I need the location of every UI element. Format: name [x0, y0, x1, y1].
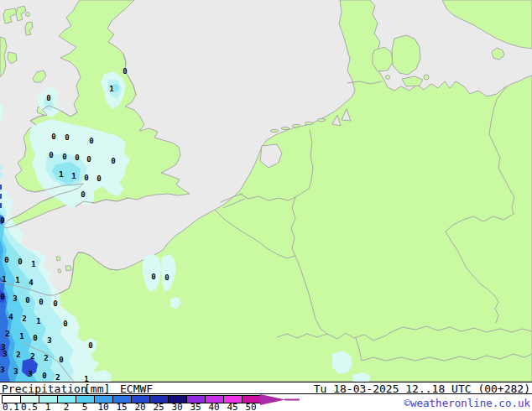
scale-tick-label: 25: [149, 403, 168, 411]
precip-value: 0: [51, 133, 55, 141]
wadden-island: [270, 129, 279, 132]
scale-tick-label: 1: [39, 403, 57, 411]
scale-tick-labels: 0.10.5125101520253035404550: [2, 403, 260, 411]
island-zealand: [392, 35, 420, 75]
precip-value: 1: [59, 170, 63, 179]
scale-tick-label: 45: [223, 403, 242, 411]
wadden-island: [317, 118, 326, 121]
precip-value: 0: [42, 372, 46, 380]
precip-value: 0: [88, 341, 92, 350]
scale-tick-label: 40: [205, 403, 223, 411]
precip-value: 1: [109, 85, 113, 93]
precip-value: 1: [84, 375, 88, 382]
precip-value: 2: [30, 352, 34, 361]
precip-value: 0: [75, 153, 79, 162]
precip-value: 1: [71, 172, 76, 180]
channel-island: [58, 269, 61, 273]
precip-value: 0: [89, 137, 93, 145]
island-fyn: [373, 47, 393, 71]
precip-value: 2: [16, 351, 20, 359]
precip-value: 0: [151, 273, 155, 281]
precip-value: 0: [84, 174, 88, 182]
precip-value: 0: [53, 299, 57, 308]
precip-value: 0: [49, 151, 53, 159]
precip-value: 2: [44, 354, 48, 362]
scale-tick-label: 10: [94, 403, 112, 411]
legend-bar: Precipitation [mm] ECMWF Tu 18-03-2025 1…: [0, 382, 532, 411]
precip-value: 0: [63, 320, 67, 328]
precip-value: 3: [13, 367, 18, 376]
weather-map: 0100000000011000000111403000421021030332…: [0, 0, 532, 382]
weather-app: 0100000000011000000111403000421021030332…: [0, 0, 532, 411]
scale-tick-label: 30: [168, 403, 186, 411]
scale-tick-label: 5: [76, 403, 94, 411]
precip-value: 2: [55, 373, 60, 382]
precip-value: 3: [3, 350, 7, 358]
wadden-island: [305, 122, 313, 124]
small-island: [386, 75, 390, 80]
precip-value: 1: [15, 276, 19, 284]
precip-value: 0: [33, 334, 37, 342]
precip-value: 0: [59, 356, 63, 364]
precip-value: 4: [8, 313, 13, 321]
precip-value: 0: [46, 94, 50, 102]
precip-value: 0: [39, 298, 43, 306]
small-island: [424, 75, 429, 80]
precip-value: 0: [164, 273, 169, 282]
precip-value: 3: [0, 366, 4, 374]
precip-value: 3: [13, 294, 17, 303]
precip-value: 0: [81, 190, 85, 199]
precip-value: 0: [25, 296, 29, 304]
scale-tick-label: 35: [186, 403, 205, 411]
precip-value: 0: [0, 293, 4, 301]
copyright-link[interactable]: ©weatheronline.co.uk: [404, 397, 530, 409]
scale-tick-label: 0.1: [2, 403, 20, 411]
scale-tick-label: 0.5: [20, 403, 39, 411]
channel-island: [65, 266, 71, 271]
scale-tick-label: 20: [131, 403, 149, 411]
precip-value: 0: [65, 133, 69, 142]
precip-value: 0: [111, 157, 115, 165]
scale-tick-label: 50: [242, 403, 260, 411]
precip-value: 0: [18, 258, 22, 266]
precip-value: 0: [0, 216, 4, 225]
precip-value: 0: [123, 67, 127, 75]
precip-value: 3: [28, 370, 32, 378]
precip-value: 2: [5, 330, 9, 338]
scale-tick-label: 15: [112, 403, 131, 411]
precip-value: 0: [96, 174, 101, 183]
scale-tick-label: 2: [57, 403, 76, 411]
precip-value: 2: [22, 315, 26, 323]
channel-island: [56, 257, 60, 261]
wadden-island: [281, 127, 289, 129]
precip-value: 0: [86, 155, 91, 164]
precip-value: 0: [62, 153, 66, 161]
wadden-island: [292, 124, 300, 127]
small-island: [26, 13, 30, 17]
precip-value: 4: [29, 278, 34, 287]
precip-value: 1: [36, 317, 40, 325]
precip-value: 1: [19, 332, 23, 341]
precip-value: 0: [4, 256, 8, 264]
precip-value: 1: [2, 275, 6, 284]
precip-value: 1: [31, 260, 35, 268]
precip-value: 3: [47, 336, 51, 345]
scale-overflow-arrow-icon: [260, 393, 300, 406]
